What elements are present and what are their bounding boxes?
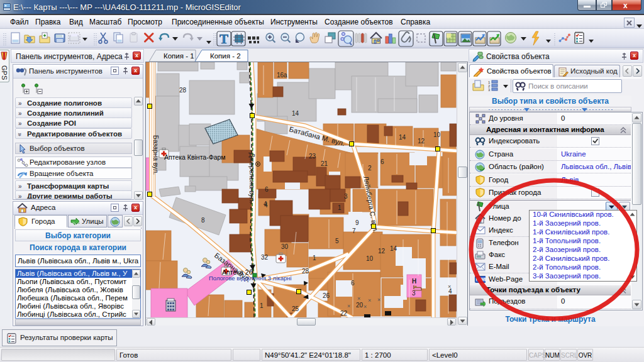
- svg-text:Копия - 2: Копия - 2: [210, 52, 241, 60]
- svg-text:1: 1: [260, 302, 264, 309]
- svg-text:×: ×: [368, 297, 371, 304]
- svg-text:28: 28: [179, 87, 187, 94]
- svg-text:25: 25: [292, 305, 299, 312]
- svg-text:20: 20: [356, 302, 364, 309]
- svg-text:5: 5: [335, 238, 339, 244]
- svg-text:Пологове відділення 3 лікарні: Пологове відділення 3 лікарні: [209, 275, 292, 282]
- svg-text:8: 8: [201, 217, 205, 224]
- svg-text:T: T: [219, 31, 228, 47]
- svg-text:10: 10: [433, 131, 441, 138]
- svg-text:12: 12: [418, 138, 425, 145]
- svg-text:×: ×: [347, 303, 350, 309]
- svg-text:10: 10: [366, 255, 374, 262]
- svg-text:6: 6: [265, 186, 269, 193]
- svg-text:Джерельна вул.: Джерельна вул.: [248, 153, 256, 204]
- svg-text:16a: 16a: [277, 72, 287, 79]
- svg-text:12: 12: [378, 248, 386, 255]
- svg-text:3: 3: [488, 88, 491, 92]
- svg-text:23: 23: [309, 153, 316, 160]
- svg-text:Копия - 1: Копия - 1: [164, 52, 194, 60]
- svg-text:H: H: [412, 278, 416, 285]
- svg-text:14: 14: [399, 134, 406, 141]
- svg-text:14: 14: [390, 245, 397, 252]
- svg-text:×: ×: [364, 304, 367, 310]
- svg-text:×: ×: [448, 283, 451, 290]
- svg-text:Аптека Квінта-Фарм: Аптека Квінта-Фарм: [164, 153, 226, 161]
- svg-text:2: 2: [368, 165, 372, 172]
- svg-text:6: 6: [351, 280, 355, 287]
- svg-text:30: 30: [281, 243, 289, 250]
- svg-text:28: 28: [302, 268, 309, 275]
- svg-text:26: 26: [323, 292, 330, 299]
- svg-text:×: ×: [357, 295, 360, 302]
- svg-text:14: 14: [292, 110, 299, 117]
- svg-text:32: 32: [261, 254, 269, 261]
- svg-text:1: 1: [338, 204, 341, 211]
- svg-text:7: 7: [352, 228, 356, 234]
- svg-text:3: 3: [412, 290, 416, 297]
- svg-text:21: 21: [321, 160, 328, 167]
- svg-text:3: 3: [344, 193, 348, 200]
- svg-text:9: 9: [355, 219, 359, 226]
- svg-text:×: ×: [377, 297, 380, 303]
- svg-text:6: 6: [380, 158, 384, 165]
- svg-text:Базарна вул.: Базарна вул.: [152, 135, 160, 175]
- svg-text:4: 4: [264, 202, 268, 209]
- svg-text:1: 1: [313, 255, 316, 261]
- svg-text:22: 22: [340, 310, 348, 317]
